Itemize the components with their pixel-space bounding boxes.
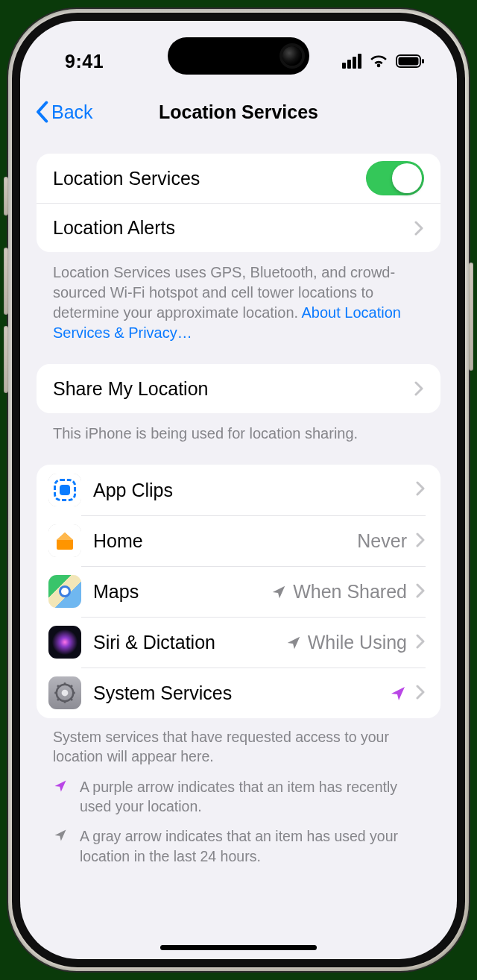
- location-services-toggle[interactable]: [366, 161, 424, 195]
- app-value: Never: [357, 530, 407, 552]
- legend-gray: A gray arrow indicates that an item has …: [53, 816, 424, 866]
- app-row-maps[interactable]: Maps When Shared: [37, 566, 440, 617]
- location-arrow-gray-icon: [285, 635, 302, 651]
- maps-icon: [48, 575, 81, 608]
- siri-icon: [48, 626, 81, 659]
- footer-share-desc: This iPhone is being used for location s…: [37, 413, 440, 444]
- battery-icon: [396, 54, 426, 69]
- app-clips-icon: [48, 474, 81, 506]
- legend-purple: A purple arrow indicates that an item ha…: [53, 767, 424, 817]
- app-row-home[interactable]: Home Never: [37, 515, 440, 566]
- app-row-app-clips[interactable]: App Clips: [37, 465, 440, 515]
- footer-location-desc: Location Services uses GPS, Bluetooth, a…: [37, 252, 440, 343]
- home-icon: [48, 524, 81, 557]
- iphone-frame: 9:41 Back Location Services: [8, 9, 469, 971]
- location-arrow-gray-icon: [271, 584, 287, 600]
- chevron-right-icon: [414, 221, 424, 236]
- chevron-left-icon: [34, 101, 50, 123]
- home-indicator[interactable]: [160, 945, 317, 950]
- svg-rect-1: [399, 57, 419, 66]
- silence-switch: [4, 177, 8, 216]
- app-label: App Clips: [93, 480, 407, 501]
- app-row-system-services[interactable]: System Services: [37, 668, 440, 718]
- app-value: While Using: [308, 632, 407, 653]
- row-location-services[interactable]: Location Services: [37, 154, 440, 203]
- power-button: [469, 263, 473, 371]
- app-row-siri[interactable]: Siri & Dictation While Using: [37, 617, 440, 668]
- group-share-location: Share My Location: [37, 364, 440, 413]
- chevron-right-icon: [416, 583, 426, 601]
- settings-icon: [48, 676, 81, 709]
- wifi-icon: [369, 54, 388, 69]
- svg-line-11: [71, 685, 73, 688]
- cell-signal-icon: [342, 54, 361, 69]
- location-arrow-gray-icon: [53, 826, 69, 866]
- nav-bar: Back Location Services: [20, 91, 457, 133]
- app-label: Home: [93, 530, 357, 552]
- volume-up-button: [4, 248, 8, 315]
- footer-system-desc: System services that have requested acce…: [53, 727, 424, 767]
- app-label: Siri & Dictation: [93, 632, 285, 653]
- page-title: Location Services: [159, 101, 318, 123]
- chevron-right-icon: [416, 533, 426, 550]
- back-label: Back: [51, 101, 93, 123]
- legend-text: A purple arrow indicates that an item ha…: [80, 777, 424, 817]
- svg-line-10: [71, 699, 73, 701]
- chevron-right-icon: [416, 481, 426, 499]
- row-label: Location Services: [53, 168, 366, 189]
- svg-line-9: [57, 685, 60, 688]
- chevron-right-icon: [416, 634, 426, 652]
- location-arrow-purple-icon: [53, 777, 69, 817]
- row-share-my-location[interactable]: Share My Location: [37, 364, 440, 413]
- row-label: Location Alerts: [53, 217, 405, 239]
- app-label: System Services: [93, 682, 389, 704]
- row-label: Share My Location: [53, 378, 405, 400]
- chevron-right-icon: [416, 685, 426, 703]
- status-bar: 9:41: [20, 21, 457, 87]
- group-apps: App Clips Home Never: [37, 465, 440, 718]
- app-label: Maps: [93, 581, 271, 603]
- row-location-alerts[interactable]: Location Alerts: [37, 203, 440, 252]
- chevron-right-icon: [414, 381, 424, 396]
- group-location-main: Location Services Location Alerts: [37, 154, 440, 252]
- screen: 9:41 Back Location Services: [20, 21, 457, 959]
- back-button[interactable]: Back: [34, 101, 93, 123]
- location-arrow-purple-icon: [389, 685, 407, 703]
- legend-text: A gray arrow indicates that an item has …: [80, 826, 424, 866]
- app-value: When Shared: [293, 581, 407, 603]
- svg-rect-2: [422, 59, 424, 63]
- status-time: 9:41: [47, 51, 104, 72]
- svg-point-4: [62, 690, 69, 697]
- svg-line-12: [57, 699, 60, 701]
- volume-down-button: [4, 326, 8, 393]
